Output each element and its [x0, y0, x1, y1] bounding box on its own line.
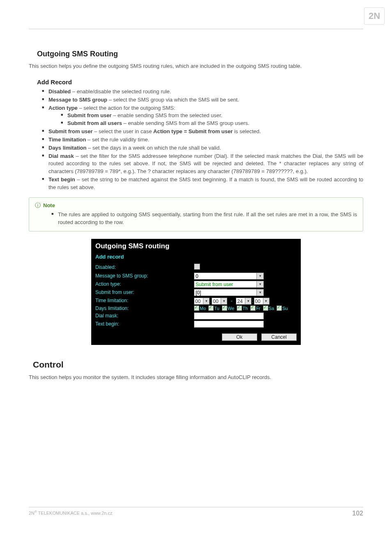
select-value: Submit from user	[196, 282, 233, 287]
select-value: 0	[196, 273, 198, 279]
item-name: Time limitation	[48, 136, 86, 143]
time-from-min-select[interactable]: 00▾	[212, 298, 227, 305]
day-mo-checkbox[interactable]	[194, 305, 199, 311]
day-tu-checkbox[interactable]	[208, 305, 214, 311]
note-text: The rules are applied to outgoing SMS se…	[51, 211, 357, 227]
day-label: Sa	[269, 306, 274, 311]
days-limitation-label: Days limitation:	[95, 305, 194, 311]
footer-divider	[29, 507, 363, 507]
time-limitation-label: Time limitation:	[95, 298, 194, 303]
control-intro: This section helps you monitor the syste…	[29, 374, 363, 382]
action-type-select[interactable]: Submit from user▾	[194, 281, 264, 288]
list-item: Submit from user – select the user in ca…	[42, 128, 363, 136]
item-desc: – set the days in a week on which the ru…	[86, 145, 221, 151]
item-name: Days limitation	[48, 145, 86, 151]
header-divider	[29, 29, 363, 29]
item-desc: – set the rule validity time.	[86, 136, 150, 143]
cancel-button[interactable]: Cancel	[261, 333, 297, 341]
ok-button[interactable]: Ok	[222, 333, 257, 341]
day-label: We	[228, 306, 234, 311]
action-type-sublist: Submit from user – enable sending SMS fr…	[48, 112, 363, 127]
page-footer: 2N® TELEKOMUNIKACE a.s., www.2n.cz 102	[29, 504, 363, 517]
item-name: Text begin	[48, 176, 75, 183]
item-desc: – select the action for the outgoing SMS…	[78, 105, 175, 111]
time-dash: -	[231, 298, 233, 304]
item-name: Disabled	[48, 88, 71, 95]
day-th-checkbox[interactable]	[237, 305, 242, 311]
action-type-label: Action type:	[95, 281, 194, 287]
brand-logo: 2N	[364, 7, 385, 25]
day-label: Tu	[214, 306, 219, 311]
chevron-down-icon: ▾	[203, 298, 209, 304]
day-sa-checkbox[interactable]	[263, 305, 268, 311]
select-value: [0]	[196, 290, 201, 296]
chevron-down-icon: ▾	[221, 298, 227, 304]
select-value: 00	[213, 298, 218, 304]
list-item: Message to SMS group – select the SMS gr…	[42, 96, 363, 104]
day-label: Mo	[200, 306, 206, 311]
item-name: Submit from user	[67, 112, 112, 118]
item-name: Action type	[48, 105, 78, 111]
panel-title: Outgoing SMS routing	[95, 241, 297, 253]
select-value: 00	[195, 298, 201, 304]
chevron-down-icon: ▾	[256, 289, 263, 296]
message-group-select[interactable]: 0▾	[194, 273, 264, 280]
item-desc: – enable sending SMS from the selected u…	[112, 112, 223, 118]
control-heading: Control	[33, 360, 363, 370]
dial-mask-input[interactable]	[194, 312, 264, 319]
outgoing-sms-intro: This section helps you define the outgoi…	[29, 62, 363, 70]
submit-user-label: Submit from user:	[95, 289, 194, 295]
dial-mask-label: Dial mask:	[95, 313, 194, 319]
list-item: Submit from user – enable sending SMS fr…	[61, 112, 363, 120]
time-to-min-select[interactable]: 00▾	[254, 298, 270, 305]
outgoing-sms-heading: Outgoing SMS Routing	[37, 50, 363, 58]
panel-subtitle: Add record	[95, 253, 297, 263]
footer-company: 2N® TELEKOMUNIKACE a.s., www.2n.cz	[29, 510, 113, 517]
item-desc-bold: Action type = Submit from user	[153, 128, 233, 134]
day-we-checkbox[interactable]	[222, 305, 227, 311]
chevron-down-icon: ▾	[245, 298, 251, 304]
disabled-checkbox[interactable]	[194, 264, 200, 270]
text-begin-input[interactable]	[194, 321, 264, 328]
day-su-checkbox[interactable]	[277, 305, 282, 311]
add-record-heading: Add Record	[37, 79, 363, 86]
item-name: Message to SMS group	[48, 97, 107, 103]
list-item: Days limitation – set the days in a week…	[42, 144, 363, 152]
message-group-label: Message to SMS group:	[95, 273, 194, 279]
item-desc: – enable/disable the selected routing ru…	[71, 88, 171, 95]
item-name: Submit from user	[48, 128, 93, 134]
item-name: Submit from all users	[67, 120, 122, 126]
outgoing-sms-routing-panel: Outgoing SMS routing Add record Disabled…	[91, 239, 301, 345]
item-name: Dial mask	[48, 153, 74, 159]
time-to-hour-select[interactable]: 24▾	[236, 298, 251, 305]
list-item: Disabled – enable/disable the selected r…	[42, 88, 363, 96]
time-colon: :	[252, 298, 253, 304]
item-desc: – set the filter for the SMS addressee t…	[48, 153, 363, 175]
note-box: Note The rules are applied to outgoing S…	[29, 197, 363, 231]
day-fr-checkbox[interactable]	[250, 305, 256, 311]
chevron-down-icon: ▾	[263, 298, 269, 304]
footer-text: TELEKOMUNIKACE a.s., www.2n.cz	[37, 511, 113, 516]
item-desc: – select the user in case	[93, 128, 153, 134]
list-item: Action type – select the action for the …	[42, 104, 363, 128]
time-colon: :	[210, 298, 211, 304]
days-limitation-field: Mo Tu We Th Fr Sa Su	[194, 305, 297, 311]
item-desc: – select the SMS group via which the SMS…	[107, 97, 239, 103]
item-desc: – set the string to be matched against t…	[48, 176, 363, 190]
chevron-down-icon: ▾	[256, 273, 263, 279]
day-label: Th	[242, 306, 248, 311]
page-number: 102	[352, 510, 363, 517]
day-label: Fr	[256, 306, 260, 311]
submit-user-select[interactable]: [0]▾	[194, 289, 264, 296]
select-value: 24	[237, 298, 242, 304]
add-record-list: Disabled – enable/disable the selected r…	[29, 88, 363, 192]
day-label: Su	[282, 306, 288, 311]
list-item: Time limitation – set the rule validity …	[42, 136, 363, 144]
list-item: Text begin – set the string to be matche…	[42, 176, 363, 192]
disabled-label: Disabled:	[95, 264, 194, 270]
footer-brand: 2N	[29, 511, 35, 516]
list-item: Dial mask – set the filter for the SMS a…	[42, 153, 363, 176]
time-from-hour-select[interactable]: 00▾	[194, 298, 210, 305]
list-item: Submit from all users – enable sending S…	[61, 120, 363, 127]
text-begin-label: Text begin:	[95, 321, 194, 327]
